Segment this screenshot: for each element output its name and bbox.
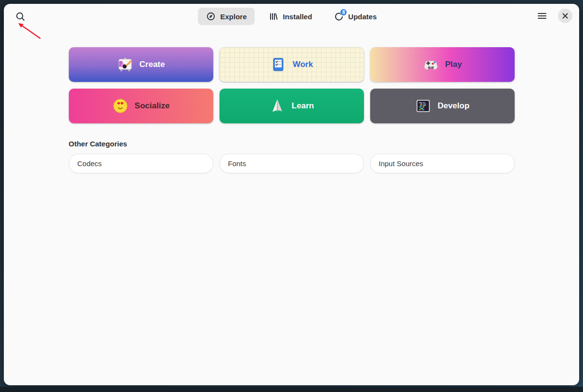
paper-plane-icon [269, 98, 285, 114]
tab-installed-label: Installed [283, 13, 312, 21]
code-terminal-icon [415, 98, 431, 114]
gamepad-icon [423, 56, 439, 73]
category-tile-work[interactable]: Work [220, 47, 364, 82]
other-category-fonts[interactable]: Fonts [220, 154, 364, 173]
updates-badge: 8 [340, 9, 347, 16]
tab-explore-label: Explore [220, 13, 246, 21]
pill-label: Codecs [78, 159, 102, 168]
category-tiles: Create Work [69, 47, 515, 123]
other-categories-title: Other Categories [69, 140, 515, 148]
category-tile-socialize[interactable]: Socialize [69, 89, 213, 123]
view-switcher: Explore Installed [4, 8, 579, 25]
hamburger-menu-icon [538, 13, 546, 19]
other-categories-list: Codecs Fonts Input Sources [69, 154, 515, 173]
tile-label: Learn [292, 101, 314, 111]
headerbar: Explore Installed [4, 4, 579, 29]
category-tile-learn[interactable]: Learn [220, 89, 364, 123]
tile-label: Develop [438, 101, 469, 111]
tile-label: Socialize [135, 101, 170, 111]
pill-label: Input Sources [379, 159, 424, 168]
tab-explore[interactable]: Explore [198, 8, 255, 25]
tile-label: Create [140, 60, 165, 69]
other-category-input-sources[interactable]: Input Sources [370, 154, 515, 173]
tab-installed[interactable]: Installed [260, 8, 320, 25]
software-window: Explore Installed [4, 4, 579, 385]
library-icon [269, 12, 278, 21]
window-controls [535, 9, 572, 23]
category-tile-play[interactable]: Play [370, 47, 515, 82]
menu-button[interactable] [535, 9, 549, 23]
tab-updates-label: Updates [348, 13, 376, 21]
category-tile-create[interactable]: Create [69, 47, 213, 82]
heart-eyes-emoji-icon [112, 98, 129, 114]
category-tile-develop[interactable]: Develop [370, 89, 515, 123]
explore-page: Create Work [69, 29, 515, 173]
tile-label: Work [293, 60, 313, 69]
desktop-bottom-edge [0, 387, 583, 392]
other-category-codecs[interactable]: Codecs [69, 154, 213, 173]
tab-updates[interactable]: 8 Updates [326, 8, 385, 25]
pill-label: Fonts [228, 159, 246, 168]
close-icon [562, 13, 568, 19]
compass-icon [206, 12, 216, 21]
close-button[interactable] [558, 9, 572, 23]
tile-label: Play [445, 60, 462, 69]
clipboard-checklist-icon [270, 56, 286, 73]
paint-canvas-icon [117, 56, 133, 73]
refresh-icon: 8 [334, 12, 344, 21]
